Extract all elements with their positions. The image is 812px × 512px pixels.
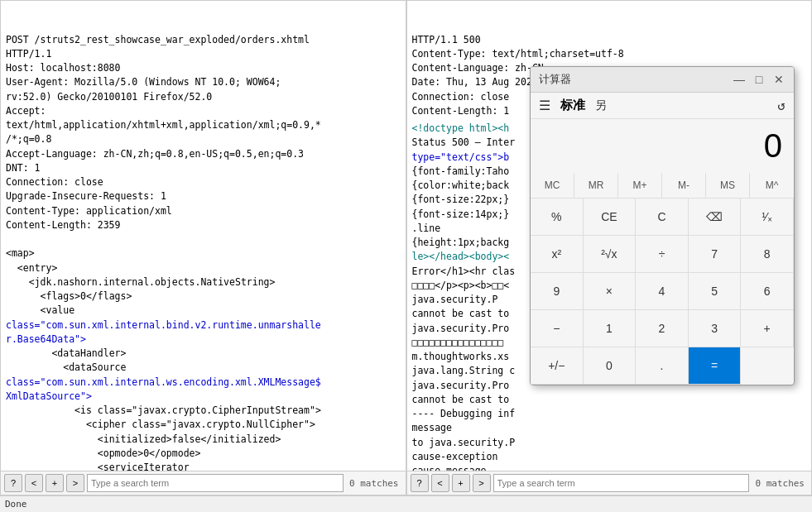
- calc-display: 0: [531, 119, 794, 173]
- list-item: HTTP/1.1: [6, 47, 401, 61]
- calc-number-button[interactable]: 2: [636, 310, 689, 347]
- calc-number-button[interactable]: CE: [584, 199, 637, 236]
- list-item: HTTP/1.1 500: [412, 33, 807, 47]
- list-item: <cipher class="javax.crypto.NullCipher">: [6, 418, 401, 432]
- list-item: cause-exception: [412, 450, 807, 464]
- list-item: Upgrade-Insecure-Requests: 1: [6, 189, 401, 203]
- calc-number-button[interactable]: .: [636, 347, 689, 385]
- list-item: cannot be cast to: [412, 393, 807, 407]
- list-item: [6, 232, 401, 246]
- list-item: class="com.sun.xml.internal.ws.encoding.…: [6, 376, 401, 390]
- calc-memory-button[interactable]: MS: [706, 173, 750, 198]
- list-item: <dataSource: [6, 361, 401, 375]
- calc-number-button[interactable]: %: [531, 199, 584, 236]
- calc-minimize-button[interactable]: —: [733, 73, 746, 86]
- list-item: <value: [6, 304, 401, 318]
- list-item: <jdk.nashorn.internal.objects.NativeStri…: [6, 275, 401, 289]
- next-match-button[interactable]: >: [66, 474, 84, 492]
- list-item: Accept-Language: zh-CN,zh;q=0.8,en-US;q=…: [6, 147, 401, 161]
- status-text: Done: [5, 499, 27, 510]
- calc-memory-button[interactable]: M-: [662, 173, 706, 198]
- list-item: Connection: close: [6, 175, 401, 189]
- calc-memory-button[interactable]: M^: [750, 173, 794, 198]
- list-item: <opmode>0</opmode>: [6, 447, 401, 461]
- calc-buttons: %CEC⌫¹⁄ₓx²²√x÷789×456−123++/−0.=: [531, 199, 794, 385]
- calc-menu: ☰ 标准 另 ↺: [531, 93, 794, 119]
- list-item: Content-Type: application/xml: [6, 204, 401, 218]
- calc-number-button[interactable]: +: [741, 310, 794, 347]
- list-item: User-Agent: Mozilla/5.0 (Windows NT 10.0…: [6, 75, 401, 89]
- calc-close-button[interactable]: ✕: [772, 73, 786, 86]
- list-item: <initialized>false</initialized>: [6, 433, 401, 447]
- calc-number-button[interactable]: 8: [741, 236, 794, 273]
- calc-memory-button[interactable]: M+: [618, 173, 662, 198]
- list-item: <serviceIterator: [6, 461, 401, 471]
- left-search-input[interactable]: [87, 474, 344, 492]
- calc-number-button[interactable]: 1: [584, 310, 637, 347]
- right-search-input[interactable]: [493, 474, 750, 492]
- list-item: <is class="javax.crypto.CipherInputStrea…: [6, 404, 401, 418]
- help-button[interactable]: ?: [4, 474, 22, 492]
- list-item: class="com.sun.xml.internal.bind.v2.runt…: [6, 318, 401, 333]
- calc-history-icon[interactable]: ↺: [777, 98, 786, 113]
- add-button[interactable]: +: [46, 474, 64, 492]
- calc-memory-button[interactable]: MC: [531, 173, 574, 198]
- list-item: POST /struts2_rest_showcase_war_exploded…: [6, 33, 401, 47]
- list-item: <dataHandler>: [6, 347, 401, 361]
- calc-titlebar: 计算器 — □ ✕: [531, 67, 794, 93]
- list-item: message: [412, 421, 807, 435]
- left-toolbar: ? < + > 0 matches: [1, 471, 406, 495]
- calc-number-button[interactable]: =: [689, 347, 742, 385]
- calc-number-button[interactable]: 3: [689, 310, 742, 347]
- right-prev-match-button[interactable]: <: [431, 474, 449, 492]
- left-match-count: 0 matches: [346, 478, 402, 489]
- list-item: <flags>0</flags>: [6, 289, 401, 304]
- calc-hamburger-icon[interactable]: ☰: [539, 98, 550, 113]
- calc-title: 计算器: [539, 72, 571, 87]
- list-item: r.Base64Data">: [6, 333, 401, 347]
- calc-number-button[interactable]: +/−: [531, 347, 584, 385]
- calc-number-button[interactable]: ²√x: [584, 236, 637, 273]
- status-bar: Done: [0, 495, 812, 512]
- calc-number-button[interactable]: C: [636, 199, 689, 236]
- calc-number-button[interactable]: ¹⁄ₓ: [741, 199, 794, 236]
- list-item: Host: localhost:8080: [6, 61, 401, 75]
- list-item: cause-message: [412, 464, 807, 471]
- calc-win-controls: — □ ✕: [733, 73, 786, 86]
- calc-number-button[interactable]: x²: [531, 236, 584, 273]
- calc-number-button[interactable]: 0: [584, 347, 637, 385]
- right-next-match-button[interactable]: >: [473, 474, 491, 492]
- list-item: ---- Debugging inf: [412, 407, 807, 421]
- right-help-button[interactable]: ?: [411, 474, 429, 492]
- list-item: <map>: [6, 246, 401, 261]
- calc-number-button[interactable]: ×: [584, 273, 637, 310]
- list-item: <entry>: [6, 261, 401, 275]
- list-item: Content-Length: 2359: [6, 218, 401, 232]
- list-item: rv:52.0) Gecko/20100101 Firefox/52.0: [6, 90, 401, 104]
- calc-number-button[interactable]: ÷: [636, 236, 689, 273]
- right-match-count: 0 matches: [752, 478, 808, 489]
- calc-maximize-button[interactable]: □: [752, 73, 766, 86]
- calc-number-button[interactable]: 9: [531, 273, 584, 310]
- calc-number-button[interactable]: ⌫: [689, 199, 742, 236]
- list-item: /*;q=0.8: [6, 132, 401, 146]
- calc-mode-label: 标准: [560, 98, 585, 113]
- right-add-button[interactable]: +: [452, 474, 470, 492]
- calc-memory-button[interactable]: MR: [574, 173, 618, 198]
- calc-number-button[interactable]: 6: [741, 273, 794, 310]
- prev-match-button[interactable]: <: [25, 474, 43, 492]
- calc-number-button[interactable]: 7: [689, 236, 742, 273]
- calc-memory-row: MCMRM+M-MSM^: [531, 173, 794, 199]
- list-item: Content-Type: text/html;charset=utf-8: [412, 47, 807, 61]
- calc-number-button[interactable]: −: [531, 310, 584, 347]
- list-item: DNT: 1: [6, 161, 401, 175]
- left-pane: POST /struts2_rest_showcase_war_exploded…: [0, 0, 406, 495]
- list-item: to java.security.P: [412, 436, 807, 450]
- calc-number-button[interactable]: 5: [689, 273, 742, 310]
- list-item: Accept:: [6, 104, 401, 118]
- list-item: text/html,application/xhtml+xml,applicat…: [6, 118, 401, 132]
- calc-mode-switch-icon[interactable]: 另: [595, 98, 607, 113]
- list-item: XmlDataSource">: [6, 390, 401, 404]
- right-toolbar: ? < + > 0 matches: [407, 471, 812, 495]
- calc-number-button[interactable]: 4: [636, 273, 689, 310]
